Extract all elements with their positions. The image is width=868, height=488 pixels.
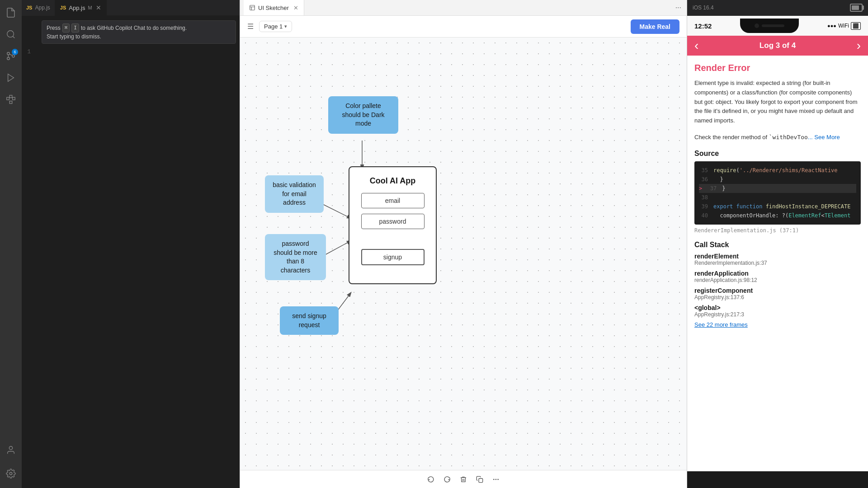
copilot-key1: ⌘	[62, 23, 70, 33]
code-line-39: 39 export function findHostInstance_DEPR…	[699, 202, 856, 211]
explorer-filename: App.js	[35, 5, 50, 11]
see-more-frames-link[interactable]: See 22 more frames	[694, 321, 861, 328]
nav-title: Log 3 of 4	[760, 41, 796, 50]
copilot-key2: I	[71, 23, 79, 33]
email-input-sketch: email	[361, 193, 425, 208]
editor-tab-bar: JS App.js JS App.js M ✕	[22, 0, 240, 16]
svg-point-13	[9, 472, 12, 475]
error-content: Render Error Element type is invalid: ex…	[687, 56, 868, 471]
svg-point-4	[12, 55, 15, 57]
stack-fn-location-0: RendererImplementation.js:37	[694, 260, 861, 266]
source-title: Source	[694, 150, 861, 158]
svg-point-0	[7, 31, 14, 38]
error-check-text: Check the render method of `withDevToo..…	[694, 133, 861, 142]
files-icon[interactable]	[0, 2, 22, 23]
svg-point-17	[494, 479, 494, 479]
svg-rect-16	[479, 479, 483, 483]
sketcher-tab[interactable]: UI Sketcher ✕	[244, 0, 304, 15]
app-frame[interactable]: Cool AI App email password signup	[349, 166, 437, 284]
stack-fn-name-3: <global>	[694, 304, 861, 311]
settings-icon[interactable]	[0, 463, 22, 484]
stack-entry-0: renderElement RendererImplementation.js:…	[694, 253, 861, 266]
password-validation-text: password should be more than 8 character…	[274, 240, 317, 274]
account-icon[interactable]	[0, 439, 22, 461]
copilot-press-label: Press	[47, 24, 61, 32]
svg-point-2	[7, 52, 10, 55]
stack-fn-name-2: registerComponent	[694, 287, 861, 294]
js-file-icon: JS	[60, 5, 66, 10]
editor-panel: JS App.js JS App.js M ✕ Press ⌘ I to ask	[22, 0, 240, 488]
ios-version-label: iOS 16.4	[693, 5, 714, 11]
tab-modified-indicator: M	[88, 5, 92, 10]
svg-rect-11	[9, 101, 12, 104]
password-input-sketch: password	[361, 214, 425, 229]
code-line-38: 38	[699, 193, 856, 202]
nav-forward-arrow[interactable]: ›	[857, 38, 861, 53]
code-line-1: 1	[22, 47, 240, 56]
make-real-button[interactable]: Make Real	[631, 19, 679, 34]
source-section: Source 35 require('../Renderer/shims/Rea…	[694, 150, 861, 234]
undo-button[interactable]	[424, 472, 438, 487]
delete-button[interactable]	[456, 472, 471, 487]
redo-button[interactable]	[440, 472, 454, 487]
chevron-down-icon: ▾	[284, 23, 287, 29]
stack-entry-3: <global> AppRegistry.js:217:3	[694, 304, 861, 318]
sketcher-bottom-toolbar	[240, 470, 687, 488]
run-icon[interactable]	[0, 67, 22, 89]
svg-point-19	[498, 479, 498, 479]
editor-body: Press ⌘ I to ask GitHub Copilot Chat to …	[22, 16, 240, 488]
copilot-notification: Press ⌘ I to ask GitHub Copilot Chat to …	[42, 20, 236, 44]
stack-fn-location-1: renderApplication.js:98:12	[694, 277, 861, 283]
extensions-icon[interactable]	[0, 89, 22, 110]
svg-rect-8	[7, 97, 9, 100]
sketcher-canvas[interactable]: Color pallete should be Dark mode basic …	[240, 38, 687, 470]
page-label: Page 1	[264, 23, 283, 30]
device-panel-header: iOS 16.4	[687, 0, 868, 16]
line-num-1: 1	[22, 47, 38, 56]
send-signup-text: send signup request	[292, 312, 326, 328]
source-control-badge: 6	[12, 49, 18, 55]
device-panel: iOS 16.4 12:52 ●●● WiFi ⬛ ‹ Log 3 of 4 ›	[687, 0, 868, 488]
svg-line-6	[9, 54, 12, 56]
svg-point-18	[495, 479, 496, 479]
color-palette-box[interactable]: Color pallete should be Dark mode	[328, 96, 398, 134]
stack-fn-location-2: AppRegistry.js:137:6	[694, 294, 861, 300]
copy-button[interactable]	[472, 472, 487, 487]
copilot-line2: to ask GitHub Copilot Chat to do somethi…	[81, 24, 187, 32]
password-validation-box[interactable]: password should be more than 8 character…	[265, 234, 326, 280]
color-palette-text: Color pallete should be Dark mode	[342, 102, 384, 127]
page-selector[interactable]: Page 1 ▾	[259, 21, 292, 32]
sketcher-tab-more-btn[interactable]: ···	[674, 2, 683, 14]
code-line-36: 36 }	[699, 175, 856, 184]
sketcher-tab-close[interactable]: ✕	[293, 5, 298, 11]
search-icon[interactable]	[0, 23, 22, 45]
send-signup-box[interactable]: send signup request	[280, 306, 339, 335]
editor-tab-appjs[interactable]: JS App.js M ✕	[55, 0, 107, 15]
email-validation-text: basic validation for email address	[273, 181, 316, 206]
svg-point-3	[7, 57, 10, 60]
sketcher-tab-bar: UI Sketcher ✕ ···	[240, 0, 687, 16]
sketcher-tab-icon	[249, 5, 255, 11]
sketcher-toolbar: ☰ Page 1 ▾ Make Real	[240, 16, 687, 38]
call-stack-title: Call Stack	[694, 241, 861, 249]
toolbar-hamburger-icon[interactable]: ☰	[247, 22, 254, 31]
copilot-line3: Start typing to dismiss.	[47, 33, 231, 41]
see-more-link[interactable]: ... See More	[808, 134, 840, 141]
tab-close-icon[interactable]: ✕	[96, 4, 101, 11]
signup-button-sketch[interactable]: signup	[361, 249, 425, 265]
code-area[interactable]: 1	[22, 46, 240, 488]
app-title: Cool AI App	[370, 176, 416, 186]
device-time: 12:52	[694, 22, 712, 30]
nav-back-arrow[interactable]: ‹	[694, 38, 698, 53]
error-description: Element type is invalid: expected a stri…	[694, 79, 861, 126]
svg-rect-9	[13, 97, 15, 100]
code-block: 35 require('../Renderer/shims/ReactNativ…	[694, 161, 861, 225]
email-validation-box[interactable]: basic validation for email address	[265, 175, 324, 213]
stack-entry-2: registerComponent AppRegistry.js:137:6	[694, 287, 861, 300]
sketcher-tab-label: UI Sketcher	[258, 5, 289, 11]
js-file-icon-small: JS	[26, 5, 32, 10]
more-tools-button[interactable]	[489, 472, 503, 487]
source-control-icon[interactable]: 6	[0, 45, 22, 67]
svg-rect-14	[250, 5, 255, 10]
stack-fn-name-0: renderElement	[694, 253, 861, 260]
